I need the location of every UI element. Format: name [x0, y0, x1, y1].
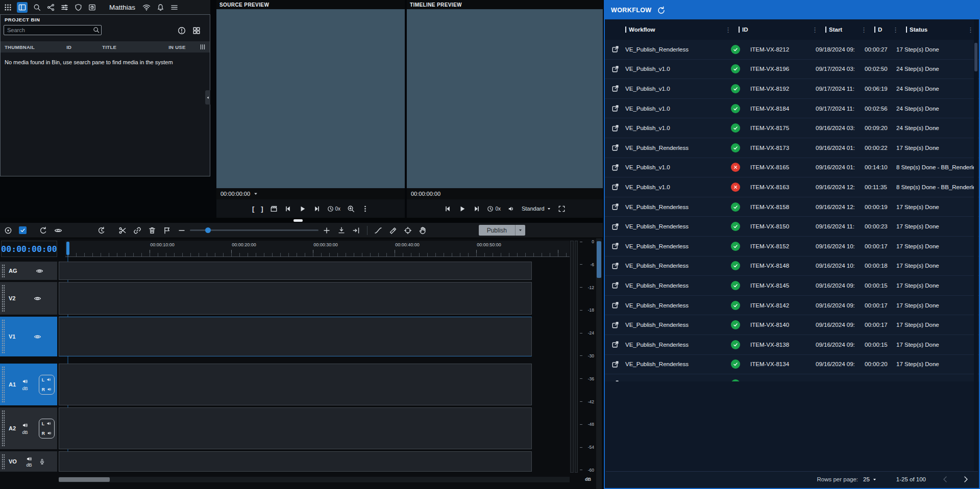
track-header-vo[interactable]: VO dB [0, 451, 57, 472]
table-row[interactable]: VE_Publish_Renderless ITEM-VX-8173 09/16… [605, 138, 979, 158]
zoom-slider[interactable] [190, 229, 318, 231]
workflow-scrollbar-thumb[interactable] [974, 43, 977, 71]
menu-icon[interactable] [169, 3, 179, 12]
target-icon[interactable] [4, 226, 12, 235]
skip-next-button[interactable] [473, 205, 480, 213]
column-title[interactable]: TITLE [102, 44, 116, 50]
channel-right[interactable]: R [42, 387, 52, 392]
share-icon[interactable] [46, 3, 55, 12]
column-id[interactable]: ID [66, 44, 71, 50]
table-row[interactable]: VE_Publish_Renderless ITEM-VX-8142 09/16… [605, 296, 979, 316]
vertical-scrollbar-thumb[interactable] [597, 241, 601, 278]
track-lane-v1[interactable] [59, 317, 532, 356]
open-external-icon[interactable] [611, 105, 619, 112]
open-external-icon[interactable] [611, 262, 619, 270]
table-row[interactable]: VE_Publish_Renderless ITEM-VX-8158 09/16… [605, 197, 979, 217]
drag-handle-icon[interactable] [2, 319, 5, 354]
open-external-icon[interactable] [611, 124, 619, 132]
speaker-icon[interactable] [26, 456, 32, 462]
link-icon[interactable] [133, 226, 141, 235]
table-row[interactable]: VE_Publish_Renderless ITEM-VX-8145 09/16… [605, 276, 979, 296]
channel-left[interactable]: L [42, 421, 52, 426]
track-header-a2[interactable]: A2 dB L R [0, 407, 57, 449]
next-page-icon[interactable] [962, 475, 970, 483]
fullscreen-icon[interactable] [558, 205, 566, 213]
track-header-ag[interactable]: AG [0, 262, 57, 280]
channel-right[interactable]: R [42, 431, 52, 436]
microphone-icon[interactable] [39, 458, 45, 465]
insert-clip-icon[interactable] [337, 226, 346, 235]
quality-selector[interactable]: Standard [522, 205, 551, 212]
open-external-icon[interactable] [611, 144, 619, 151]
open-external-icon[interactable] [611, 281, 619, 289]
open-external-icon[interactable] [611, 85, 619, 92]
search-icon[interactable] [32, 3, 41, 12]
db-label[interactable]: dB [26, 462, 32, 468]
drag-handle-icon[interactable] [2, 366, 5, 403]
search-input[interactable] [4, 25, 102, 35]
table-row[interactable]: VE_Publish_Renderless ITEM-VX-8140 09/16… [605, 315, 979, 335]
table-row[interactable]: VE_Publish_Renderless ITEM-VX-8212 09/18… [605, 40, 979, 60]
trim-crosshair-icon[interactable] [404, 226, 412, 235]
shield-icon[interactable] [74, 3, 83, 12]
publish-button[interactable]: Publish [479, 225, 525, 236]
track-header-a1[interactable]: A1 dB L R [0, 364, 57, 405]
refresh-icon[interactable] [657, 6, 666, 15]
undo-icon[interactable] [39, 226, 47, 235]
column-grip-icon[interactable] [892, 26, 899, 34]
column-thumbnail[interactable]: THUMBNAIL [5, 44, 35, 50]
column-grip-icon[interactable] [861, 26, 867, 34]
open-external-icon[interactable] [611, 183, 619, 191]
delete-trash-icon[interactable] [148, 226, 156, 235]
table-row[interactable]: VE_Publish_v1.0 ITEM-VX-8163 09/16/2024 … [605, 177, 979, 197]
notifications-bell-icon[interactable] [156, 3, 165, 12]
table-row[interactable]: VE_Publish_v1.0 ITEM-VX-8184 09/17/2024 … [605, 99, 979, 119]
db-label[interactable]: dB [22, 386, 28, 391]
table-row[interactable]: VE_Publish_Renderless ITEM-VX-8148 09/16… [605, 256, 979, 276]
playhead[interactable] [66, 242, 69, 255]
history-icon[interactable] [97, 226, 106, 235]
selection-checkbox[interactable] [19, 226, 27, 234]
visibility-eye-icon[interactable] [54, 226, 62, 235]
play-button[interactable] [299, 205, 306, 213]
column-grip-icon[interactable] [967, 26, 974, 34]
open-external-icon[interactable] [611, 164, 619, 171]
open-external-icon[interactable] [611, 361, 619, 368]
table-row[interactable]: VE_Publish_v1.0 ITEM-VX-8175 09/16/2024 … [605, 118, 979, 138]
horizontal-scrollbar-thumb[interactable] [59, 477, 110, 482]
column-status[interactable]: Status [892, 26, 979, 34]
track-lane-v2[interactable] [59, 282, 532, 315]
fade-curve-icon[interactable] [374, 226, 382, 235]
track-lane-vo[interactable] [59, 451, 532, 472]
track-lane-ag[interactable] [59, 262, 532, 280]
zoom-slider-thumb[interactable] [205, 227, 211, 233]
open-external-icon[interactable] [611, 45, 619, 53]
table-row[interactable]: VE_Publish_Renderless ITEM-VX-8150 09/16… [605, 217, 979, 237]
previous-page-icon[interactable] [941, 475, 949, 483]
append-clip-icon[interactable] [352, 226, 360, 235]
divider-drag-handle[interactable] [293, 219, 303, 222]
drag-handle-icon[interactable] [2, 410, 5, 447]
speaker-icon[interactable] [22, 422, 28, 428]
zoom-out-icon[interactable] [178, 226, 186, 235]
workflow-scrollbar[interactable] [974, 19, 978, 471]
track-lane-a1[interactable] [59, 364, 532, 405]
open-external-icon[interactable] [611, 65, 619, 73]
track-visibility-icon[interactable] [36, 267, 43, 275]
column-start[interactable]: Start [812, 26, 861, 34]
column-id[interactable]: ID [725, 26, 812, 34]
table-row[interactable]: VE_Publish_Renderless ITEM-VX-8134 09/16… [605, 355, 979, 375]
recent-items-icon[interactable] [178, 27, 186, 35]
vault-icon[interactable] [87, 3, 96, 12]
column-duration[interactable]: D [861, 26, 892, 34]
rows-per-page-select[interactable]: 25 [863, 476, 877, 482]
open-external-icon[interactable] [611, 301, 619, 309]
table-row[interactable]: VE_Publish_v1.0 ITEM-VX-8165 09/16/2024 … [605, 158, 979, 178]
playback-speed[interactable]: 0x [327, 205, 341, 212]
table-row[interactable]: VE_Publish_v1.0 ITEM-VX-8196 09/17/2024 … [605, 60, 979, 80]
mark-out-button[interactable]: ] [261, 205, 263, 212]
track-visibility-icon[interactable] [34, 295, 41, 302]
zoom-in-icon[interactable] [323, 226, 331, 235]
db-label[interactable]: dB [22, 430, 28, 435]
column-in-use[interactable]: IN USE [168, 44, 185, 50]
